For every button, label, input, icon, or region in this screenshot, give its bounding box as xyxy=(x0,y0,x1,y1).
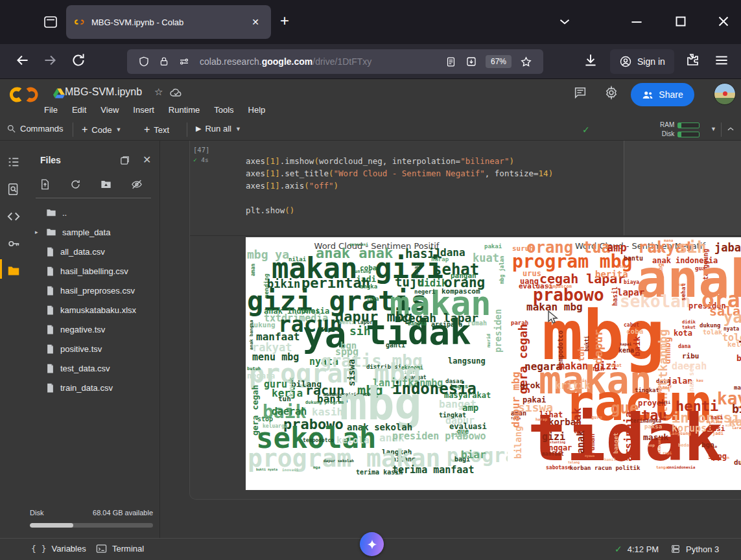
code-line[interactable]: axes[0].axis("off") xyxy=(246,141,338,143)
wordcloud-word: biar xyxy=(461,450,486,460)
terminal-button[interactable]: Terminal xyxy=(96,544,144,554)
window-minimize-button[interactable] xyxy=(628,13,646,30)
kernel-selector[interactable]: Python 3 xyxy=(670,544,719,554)
hide-hidden-files-icon[interactable] xyxy=(130,178,143,191)
reader-mode-icon[interactable] xyxy=(445,56,456,67)
refresh-icon[interactable] xyxy=(69,178,82,191)
zoom-level-badge[interactable]: 67% xyxy=(486,55,512,68)
wordcloud-word: terimangka xyxy=(630,419,661,424)
file-tree-item-test-data-csv[interactable]: test_data.csv xyxy=(27,358,159,378)
notebook-title[interactable]: MBG-SVM.ipynb xyxy=(65,86,142,98)
add-code-button[interactable]: +Code▼ xyxy=(82,124,121,135)
menu-view[interactable]: View xyxy=(100,105,119,115)
browser-tab[interactable]: MBG-SVM.ipynb - Colab ✕ xyxy=(66,5,271,39)
secrets-key-icon[interactable] xyxy=(6,237,21,251)
table-of-contents-icon[interactable] xyxy=(6,155,21,169)
new-tab-button[interactable]: + xyxy=(280,12,289,30)
wordcloud-word: grok xyxy=(520,381,540,390)
disk-label: Disk xyxy=(30,509,43,517)
menu-edit[interactable]: Edit xyxy=(72,105,86,115)
url-text[interactable]: colab.research.google.com/drive/1DtFTxy xyxy=(200,56,441,67)
chevron-down-icon[interactable]: ▼ xyxy=(235,126,241,132)
close-panel-icon[interactable]: ✕ xyxy=(143,154,151,166)
menu-file[interactable]: File xyxy=(44,105,58,115)
wordcloud-word: generasi xyxy=(349,242,368,246)
wordcloud-word: rupi xyxy=(663,451,672,455)
code-cell[interactable]: [47] ✓ 4s axes[0].axis("off")axes[1].ims… xyxy=(189,141,741,500)
wordcloud-word: maaf xyxy=(663,385,672,389)
bookmark-star-icon[interactable] xyxy=(520,56,532,68)
file-tree-item-kamuskatabaku-xlsx[interactable]: kamuskatabaku.xlsx xyxy=(27,300,159,320)
file-name: .. xyxy=(62,208,67,218)
resources-dropdown-icon[interactable]: ▼ xyxy=(711,126,716,132)
window-maximize-button[interactable] xyxy=(672,13,690,30)
avatar[interactable] xyxy=(714,83,736,105)
file-tree-item-train-data-csv[interactable]: train_data.csv xyxy=(27,378,159,397)
window-close-button[interactable] xyxy=(714,13,733,30)
firefox-view-icon[interactable] xyxy=(38,9,64,35)
menu-runtime[interactable]: Runtime xyxy=(169,105,200,115)
upload-file-icon[interactable] xyxy=(39,178,51,191)
menu-hamburger-icon[interactable] xyxy=(713,52,730,69)
file-name: kamuskatabaku.xlsx xyxy=(60,305,136,315)
extensions-icon[interactable] xyxy=(685,52,700,67)
commands-button[interactable]: Commands xyxy=(6,124,63,134)
file-tree-item-positive-tsv[interactable]: positive.tsv xyxy=(27,339,159,358)
popout-panel-icon[interactable] xyxy=(119,155,130,166)
url-bar[interactable]: colab.research.google.com/drive/1DtFTxy … xyxy=(127,49,543,74)
collapse-header-icon[interactable] xyxy=(726,124,735,134)
resource-monitor[interactable]: RAM Disk xyxy=(660,121,700,139)
menu-insert[interactable]: Insert xyxy=(133,105,154,115)
code-editor[interactable]: axes[0].axis("off")axes[1].imshow(wordcl… xyxy=(218,141,624,235)
run-all-button[interactable]: ▶Run all▼ xyxy=(196,124,241,134)
file-tree-item-hasil-labelling-csv[interactable]: hasil_labelling.csv xyxy=(27,261,159,281)
account-icon xyxy=(619,55,632,68)
back-button[interactable] xyxy=(14,52,31,69)
mount-drive-icon[interactable] xyxy=(100,178,112,191)
settings-gear-icon[interactable] xyxy=(604,86,618,100)
menu-help[interactable]: Help xyxy=(248,105,266,115)
downloads-icon[interactable] xyxy=(582,52,599,69)
add-text-button[interactable]: +Text xyxy=(144,124,169,135)
permissions-icon[interactable] xyxy=(178,56,190,67)
forward-button[interactable] xyxy=(41,52,58,69)
variables-button[interactable]: { } Variables xyxy=(31,544,86,554)
save-page-icon[interactable] xyxy=(465,56,477,67)
shield-icon[interactable] xyxy=(138,56,150,67)
file-name: sample_data xyxy=(62,228,110,237)
wordcloud-word: dana xyxy=(678,344,690,349)
file-tree-item-hasil-preproses-csv[interactable]: hasil_preproses.csv xyxy=(27,281,159,300)
wordcloud-word: bilang xyxy=(513,426,523,459)
reload-button[interactable] xyxy=(70,52,87,69)
sign-in-button[interactable]: Sign in xyxy=(610,49,674,74)
files-folder-icon[interactable] xyxy=(6,264,21,278)
code-line[interactable]: plt.show() xyxy=(246,204,294,216)
list-tabs-chevron-icon[interactable] xyxy=(556,13,573,30)
code-snippets-icon[interactable] xyxy=(6,209,21,224)
wordcloud-word: coba xyxy=(626,328,644,335)
comment-icon[interactable] xyxy=(573,86,587,100)
file-icon xyxy=(46,266,54,276)
tab-close-icon[interactable]: ✕ xyxy=(248,14,263,30)
gemini-spark-button[interactable] xyxy=(360,532,384,556)
wordcloud-word: paksa xyxy=(644,424,662,430)
menu-tools[interactable]: Tools xyxy=(214,105,233,115)
find-replace-icon[interactable] xyxy=(6,182,21,196)
chevron-down-icon[interactable]: ▼ xyxy=(115,126,121,133)
file-tree-item--[interactable]: .. xyxy=(27,203,159,222)
cloud-saved-icon[interactable] xyxy=(170,88,183,98)
file-tree-item-sample-data[interactable]: ▸sample_data xyxy=(27,222,159,242)
expand-caret-icon[interactable]: ▸ xyxy=(35,229,40,235)
code-line[interactable]: axes[1].imshow(wordcloud_neg, interpolat… xyxy=(246,155,514,167)
lock-icon[interactable] xyxy=(159,56,169,67)
file-tree-item-negative-tsv[interactable]: negative.tsv xyxy=(27,320,159,339)
wordcloud-word: kapai xyxy=(620,342,631,346)
share-button[interactable]: Share xyxy=(631,83,694,106)
star-notebook-icon[interactable]: ☆ xyxy=(154,86,163,98)
wordcloud-word: langsung xyxy=(669,432,691,436)
wordcloud-negative: Word Cloud - Sentimen Negatif suruhorang… xyxy=(510,237,741,490)
code-line[interactable]: axes[1].axis("off") xyxy=(246,180,338,192)
file-tree-item-all-data-csv[interactable]: all_data.csv xyxy=(27,242,159,261)
code-line[interactable]: axes[1].set_title("Word Cloud - Sentimen… xyxy=(246,167,553,180)
wordcloud-word: ya xyxy=(723,310,741,325)
